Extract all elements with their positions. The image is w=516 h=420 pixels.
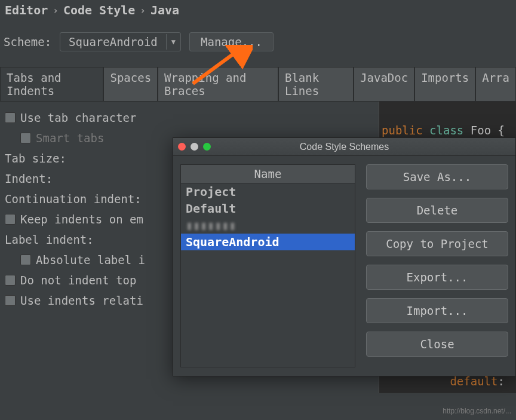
scheme-value: SquareAndroid <box>60 33 166 51</box>
list-item-redacted[interactable]: ▮▮▮▮▮▮▮ <box>181 217 355 234</box>
import-button[interactable]: Import... <box>366 298 508 323</box>
label-use-rel: Use indents relati <box>20 294 143 307</box>
tab-javadoc[interactable]: JavaDoc <box>354 67 414 101</box>
scheme-row: Scheme: SquareAndroid ▼ Manage... <box>0 20 516 56</box>
export-button[interactable]: Export... <box>366 265 508 290</box>
list-item-default[interactable]: Default <box>181 200 355 217</box>
label-no-top: Do not indent top <box>20 274 136 287</box>
delete-button[interactable]: Delete <box>366 198 508 223</box>
checkbox-use-tab[interactable] <box>5 112 16 123</box>
label-use-tab: Use tab character <box>20 111 136 124</box>
dialog-title: Code Style Schemes <box>173 142 515 152</box>
schemes-dialog: Code Style Schemes Name Project Default … <box>173 137 516 376</box>
label-smart-tabs: Smart tabs <box>36 131 104 145</box>
checkbox-abs-label[interactable] <box>20 255 31 265</box>
list-item-squareandroid[interactable]: SquareAndroid <box>181 234 355 250</box>
checkbox-use-rel[interactable] <box>5 295 16 306</box>
tab-arrangement[interactable]: Arra <box>475 67 516 101</box>
scheme-list: Name Project Default ▮▮▮▮▮▮▮ SquareAndro… <box>180 164 355 367</box>
tab-bar: Tabs and Indents Spaces Wrapping and Bra… <box>0 67 516 101</box>
breadcrumb-sep: › <box>53 5 59 16</box>
breadcrumb-codestyle[interactable]: Code Style <box>63 3 135 17</box>
label-abs-label: Absolute label i <box>36 253 145 266</box>
tab-spaces[interactable]: Spaces <box>103 67 158 101</box>
tab-blank-lines[interactable]: Blank Lines <box>278 67 354 101</box>
breadcrumb-editor[interactable]: Editor <box>5 3 48 17</box>
breadcrumb: Editor › Code Style › Java <box>0 0 516 20</box>
breadcrumb-sep: › <box>140 5 146 16</box>
scheme-label: Scheme: <box>4 35 51 48</box>
list-item-project[interactable]: Project <box>181 183 355 200</box>
dialog-titlebar[interactable]: Code Style Schemes <box>173 138 515 156</box>
breadcrumb-java[interactable]: Java <box>150 3 179 17</box>
scheme-select[interactable]: SquareAndroid ▼ <box>60 32 181 51</box>
checkbox-keep-empty[interactable] <box>5 214 16 225</box>
manage-button[interactable]: Manage... <box>189 32 274 51</box>
watermark: http://blog.csdn.net/... <box>443 407 511 415</box>
close-button[interactable]: Close <box>366 332 508 357</box>
copy-to-project-button[interactable]: Copy to Project <box>366 231 508 256</box>
tab-wrapping[interactable]: Wrapping and Braces <box>158 67 278 101</box>
chevron-down-icon: ▼ <box>166 34 180 50</box>
list-header-name: Name <box>181 165 355 183</box>
checkbox-no-top[interactable] <box>5 275 16 286</box>
checkbox-smart-tabs <box>20 133 31 143</box>
tab-imports[interactable]: Imports <box>414 67 475 101</box>
label-keep-empty: Keep indents on em <box>20 213 143 226</box>
tab-tabs-indents[interactable]: Tabs and Indents <box>0 67 103 101</box>
save-as-button[interactable]: Save As... <box>366 164 508 189</box>
